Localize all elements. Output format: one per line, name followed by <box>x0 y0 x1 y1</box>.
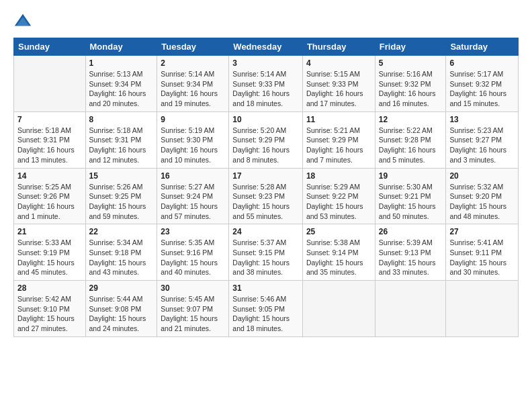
day-cell <box>14 56 86 112</box>
day-cell: 25Sunrise: 5:38 AM Sunset: 9:14 PM Dayli… <box>302 224 375 281</box>
day-info: Sunrise: 5:41 AM Sunset: 9:11 PM Dayligh… <box>449 238 515 277</box>
day-info: Sunrise: 5:22 AM Sunset: 9:28 PM Dayligh… <box>379 126 443 165</box>
day-number: 12 <box>379 115 443 124</box>
day-cell: 5Sunrise: 5:16 AM Sunset: 9:32 PM Daylig… <box>375 56 446 112</box>
header-friday: Friday <box>375 38 446 56</box>
logo <box>13 12 35 31</box>
day-info: Sunrise: 5:23 AM Sunset: 9:27 PM Dayligh… <box>449 126 515 165</box>
day-cell: 12Sunrise: 5:22 AM Sunset: 9:28 PM Dayli… <box>375 111 446 168</box>
day-info: Sunrise: 5:32 AM Sunset: 9:20 PM Dayligh… <box>449 182 515 222</box>
day-number: 9 <box>161 115 225 124</box>
day-number: 6 <box>449 58 515 68</box>
day-info: Sunrise: 5:20 AM Sunset: 9:29 PM Dayligh… <box>232 126 299 165</box>
header-wednesday: Wednesday <box>229 38 303 56</box>
day-cell: 13Sunrise: 5:23 AM Sunset: 9:27 PM Dayli… <box>446 111 519 168</box>
calendar-header: SundayMondayTuesdayWednesdayThursdayFrid… <box>14 38 519 56</box>
header <box>13 12 519 31</box>
day-cell: 24Sunrise: 5:37 AM Sunset: 9:15 PM Dayli… <box>229 224 303 281</box>
day-cell: 17Sunrise: 5:28 AM Sunset: 9:23 PM Dayli… <box>229 168 303 224</box>
day-number: 16 <box>161 171 225 181</box>
day-number: 23 <box>161 227 225 236</box>
day-number: 17 <box>232 171 299 181</box>
day-number: 15 <box>89 171 154 181</box>
day-info: Sunrise: 5:30 AM Sunset: 9:21 PM Dayligh… <box>379 182 443 222</box>
header-monday: Monday <box>85 38 157 56</box>
day-number: 30 <box>161 283 225 293</box>
day-cell: 20Sunrise: 5:32 AM Sunset: 9:20 PM Dayli… <box>446 168 519 224</box>
day-info: Sunrise: 5:17 AM Sunset: 9:32 PM Dayligh… <box>449 69 515 109</box>
day-number: 31 <box>232 283 299 293</box>
day-info: Sunrise: 5:42 AM Sunset: 9:10 PM Dayligh… <box>17 294 82 334</box>
day-info: Sunrise: 5:14 AM Sunset: 9:34 PM Dayligh… <box>161 69 225 109</box>
day-cell: 6Sunrise: 5:17 AM Sunset: 9:32 PM Daylig… <box>446 56 519 112</box>
day-cell: 3Sunrise: 5:14 AM Sunset: 9:33 PM Daylig… <box>229 56 303 112</box>
day-number: 13 <box>449 115 515 124</box>
day-cell: 22Sunrise: 5:34 AM Sunset: 9:18 PM Dayli… <box>85 224 157 281</box>
day-info: Sunrise: 5:21 AM Sunset: 9:29 PM Dayligh… <box>306 126 371 165</box>
week-row-2: 7Sunrise: 5:18 AM Sunset: 9:31 PM Daylig… <box>14 111 519 168</box>
day-number: 24 <box>232 227 299 236</box>
day-cell: 16Sunrise: 5:27 AM Sunset: 9:24 PM Dayli… <box>157 168 229 224</box>
day-info: Sunrise: 5:37 AM Sunset: 9:15 PM Dayligh… <box>232 238 299 277</box>
day-number: 4 <box>306 58 371 68</box>
day-info: Sunrise: 5:46 AM Sunset: 9:05 PM Dayligh… <box>232 294 299 334</box>
day-info: Sunrise: 5:35 AM Sunset: 9:16 PM Dayligh… <box>161 238 225 277</box>
day-info: Sunrise: 5:18 AM Sunset: 9:31 PM Dayligh… <box>89 126 154 165</box>
day-cell: 19Sunrise: 5:30 AM Sunset: 9:21 PM Dayli… <box>375 168 446 224</box>
day-cell <box>302 281 375 337</box>
day-cell: 28Sunrise: 5:42 AM Sunset: 9:10 PM Dayli… <box>14 281 86 337</box>
day-info: Sunrise: 5:28 AM Sunset: 9:23 PM Dayligh… <box>232 182 299 222</box>
day-cell: 11Sunrise: 5:21 AM Sunset: 9:29 PM Dayli… <box>302 111 375 168</box>
day-number: 11 <box>306 115 371 124</box>
day-cell: 2Sunrise: 5:14 AM Sunset: 9:34 PM Daylig… <box>157 56 229 112</box>
day-number: 28 <box>17 283 82 293</box>
day-number: 27 <box>449 227 515 236</box>
logo-icon <box>13 12 32 31</box>
day-number: 19 <box>379 171 443 181</box>
calendar-table: SundayMondayTuesdayWednesdayThursdayFrid… <box>13 38 519 337</box>
week-row-3: 14Sunrise: 5:25 AM Sunset: 9:26 PM Dayli… <box>14 168 519 224</box>
day-cell: 14Sunrise: 5:25 AM Sunset: 9:26 PM Dayli… <box>14 168 86 224</box>
day-cell: 30Sunrise: 5:45 AM Sunset: 9:07 PM Dayli… <box>157 281 229 337</box>
day-cell: 26Sunrise: 5:39 AM Sunset: 9:13 PM Dayli… <box>375 224 446 281</box>
day-cell: 4Sunrise: 5:15 AM Sunset: 9:33 PM Daylig… <box>302 56 375 112</box>
calendar-body: 1Sunrise: 5:13 AM Sunset: 9:34 PM Daylig… <box>14 56 519 337</box>
day-number: 21 <box>17 227 82 236</box>
day-cell: 15Sunrise: 5:26 AM Sunset: 9:25 PM Dayli… <box>85 168 157 224</box>
day-info: Sunrise: 5:34 AM Sunset: 9:18 PM Dayligh… <box>89 238 154 277</box>
day-cell: 29Sunrise: 5:44 AM Sunset: 9:08 PM Dayli… <box>85 281 157 337</box>
day-number: 29 <box>89 283 154 293</box>
day-cell: 10Sunrise: 5:20 AM Sunset: 9:29 PM Dayli… <box>229 111 303 168</box>
day-number: 2 <box>161 58 225 68</box>
day-number: 22 <box>89 227 154 236</box>
day-info: Sunrise: 5:26 AM Sunset: 9:25 PM Dayligh… <box>89 182 154 222</box>
day-number: 20 <box>449 171 515 181</box>
header-sunday: Sunday <box>14 38 86 56</box>
day-cell: 18Sunrise: 5:29 AM Sunset: 9:22 PM Dayli… <box>302 168 375 224</box>
day-cell: 1Sunrise: 5:13 AM Sunset: 9:34 PM Daylig… <box>85 56 157 112</box>
day-info: Sunrise: 5:19 AM Sunset: 9:30 PM Dayligh… <box>161 126 225 165</box>
day-info: Sunrise: 5:44 AM Sunset: 9:08 PM Dayligh… <box>89 294 154 334</box>
week-row-5: 28Sunrise: 5:42 AM Sunset: 9:10 PM Dayli… <box>14 281 519 337</box>
week-row-1: 1Sunrise: 5:13 AM Sunset: 9:34 PM Daylig… <box>14 56 519 112</box>
day-number: 7 <box>17 115 82 124</box>
day-number: 25 <box>306 227 371 236</box>
day-cell: 9Sunrise: 5:19 AM Sunset: 9:30 PM Daylig… <box>157 111 229 168</box>
day-cell <box>375 281 446 337</box>
day-cell: 8Sunrise: 5:18 AM Sunset: 9:31 PM Daylig… <box>85 111 157 168</box>
day-info: Sunrise: 5:27 AM Sunset: 9:24 PM Dayligh… <box>161 182 225 222</box>
day-number: 10 <box>232 115 299 124</box>
day-number: 1 <box>89 58 154 68</box>
day-info: Sunrise: 5:15 AM Sunset: 9:33 PM Dayligh… <box>306 69 371 109</box>
day-info: Sunrise: 5:14 AM Sunset: 9:33 PM Dayligh… <box>232 69 299 109</box>
day-info: Sunrise: 5:13 AM Sunset: 9:34 PM Dayligh… <box>89 69 154 109</box>
day-info: Sunrise: 5:18 AM Sunset: 9:31 PM Dayligh… <box>17 126 82 165</box>
day-cell: 7Sunrise: 5:18 AM Sunset: 9:31 PM Daylig… <box>14 111 86 168</box>
day-info: Sunrise: 5:16 AM Sunset: 9:32 PM Dayligh… <box>379 69 443 109</box>
header-row: SundayMondayTuesdayWednesdayThursdayFrid… <box>14 38 519 56</box>
day-cell: 21Sunrise: 5:33 AM Sunset: 9:19 PM Dayli… <box>14 224 86 281</box>
day-info: Sunrise: 5:45 AM Sunset: 9:07 PM Dayligh… <box>161 294 225 334</box>
day-info: Sunrise: 5:39 AM Sunset: 9:13 PM Dayligh… <box>379 238 443 277</box>
day-number: 26 <box>379 227 443 236</box>
page: SundayMondayTuesdayWednesdayThursdayFrid… <box>0 0 532 344</box>
